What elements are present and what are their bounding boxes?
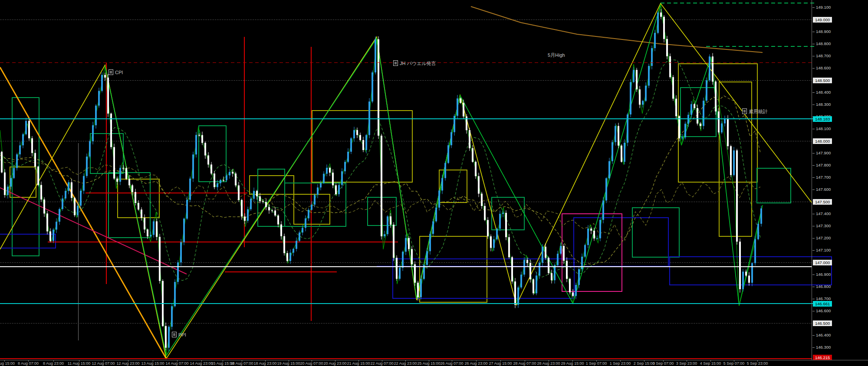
candle-body — [727, 118, 729, 146]
annotation-employment-stats[interactable]: 雇用統計 — [742, 108, 768, 114]
candle-body — [220, 180, 221, 183]
price-tick-label: 147.900 — [816, 150, 831, 156]
price-tick-label: 148.300 — [816, 102, 831, 107]
trendline-orange-upper[interactable] — [471, 7, 763, 52]
candle-body — [217, 183, 218, 187]
zigzag-green-major[interactable] — [105, 4, 763, 356]
price-tick-label: 147.400 — [816, 211, 831, 216]
candle-body — [37, 167, 39, 185]
candle-body — [566, 261, 568, 279]
candle-body — [493, 239, 495, 248]
time-tick-label: 1 Sep 23:00 — [610, 361, 631, 366]
time-tick-label: 18 Aug 23:00 — [253, 361, 276, 366]
candle-body — [690, 104, 692, 115]
candle-body — [457, 98, 458, 116]
price-tick-label: 147.800 — [816, 163, 831, 168]
time-tick-label: 22 Aug 07:00 — [370, 361, 393, 366]
candle-body — [545, 247, 546, 258]
rectangle-pink[interactable] — [562, 214, 622, 291]
candle-body — [31, 138, 33, 153]
candle-body — [751, 263, 753, 283]
candle-body — [1, 152, 3, 173]
annotation-ppi[interactable]: PPI — [172, 332, 186, 337]
candle-body — [420, 279, 422, 297]
time-tick-label: 3 Sep 07:00 — [653, 361, 674, 366]
candle-body — [375, 39, 376, 72]
candle-body — [332, 173, 334, 185]
candle-body — [68, 182, 69, 191]
zigzag-yellow[interactable] — [0, 3, 812, 359]
candle-body — [40, 185, 42, 199]
candle-body — [214, 173, 215, 187]
candle-body — [709, 56, 710, 80]
time-tick-label: 11 Aug 15:00 — [68, 361, 90, 366]
time-tick-label: 7 Aug 15:00 — [0, 361, 15, 366]
note-icon — [393, 60, 398, 66]
candle-body — [529, 263, 531, 279]
candle-body — [526, 260, 528, 263]
price-level-label-cyan: 146.661 — [813, 301, 832, 307]
candle-body — [378, 39, 379, 136]
candle-body — [441, 178, 443, 191]
candle-body — [232, 172, 233, 173]
annotation-cpi[interactable]: CPI — [108, 69, 123, 75]
price-tick-label: 148.400 — [816, 90, 831, 95]
candle-body — [444, 163, 446, 178]
price-axis[interactable]: 149.100148.900148.800148.700148.600148.4… — [812, 0, 868, 360]
candle-body — [700, 124, 701, 126]
candle-body — [311, 205, 312, 210]
price-level-label-white: 149.000 — [813, 17, 832, 23]
candle-body — [168, 327, 170, 347]
candle-body — [180, 242, 182, 263]
time-tick-label: 26 Aug 07:00 — [440, 361, 463, 366]
candle-body — [381, 136, 382, 236]
candle-body — [539, 263, 540, 275]
candle-body — [384, 234, 385, 236]
candle-body — [247, 209, 249, 221]
candle-body — [517, 288, 519, 305]
price-tick-label: 147.600 — [816, 187, 831, 192]
candle-body — [268, 207, 270, 210]
candle-body — [265, 202, 267, 207]
rectangle-green[interactable] — [492, 197, 524, 230]
candle-body — [447, 145, 449, 163]
rectangle-blue[interactable] — [0, 234, 56, 248]
note-icon — [172, 332, 177, 337]
time-tick-label: 19 Aug 15:00 — [277, 361, 300, 366]
candle-body — [43, 199, 45, 213]
candle-body — [177, 262, 179, 282]
candle-body — [302, 228, 303, 232]
candle-body — [46, 213, 48, 231]
time-tick-label: 27 Aug 15:00 — [489, 361, 512, 366]
time-tick-label: 20 Aug 23:00 — [323, 361, 346, 366]
candle-body — [481, 194, 483, 206]
candle-body — [344, 162, 346, 171]
time-axis[interactable]: 7 Aug 15:008 Aug 07:008 Aug 23:0011 Aug … — [0, 360, 868, 366]
rectangle-olive[interactable] — [118, 179, 159, 218]
price-level-label-white: 146.500 — [813, 320, 832, 326]
candle-body — [599, 220, 601, 239]
candle-body — [429, 234, 431, 251]
candle-body — [259, 196, 261, 201]
candle-body — [274, 210, 276, 216]
annotation-may-high[interactable]: 5月High — [548, 52, 565, 58]
candle-body — [663, 17, 665, 39]
candle-body — [293, 249, 294, 253]
candle-body — [223, 180, 224, 181]
rectangle-green[interactable] — [199, 126, 226, 182]
chart-canvas[interactable] — [0, 0, 868, 366]
candle-body — [618, 126, 619, 146]
candle-body — [669, 56, 671, 77]
candle-body — [116, 179, 118, 182]
annotation-label: CPI — [115, 70, 123, 75]
candle-body — [13, 168, 15, 178]
annotation-powell-speech[interactable]: JH パウエル発言 — [393, 60, 436, 66]
candle-body — [107, 78, 109, 114]
rectangle-green[interactable] — [757, 168, 791, 203]
candle-body — [195, 135, 197, 154]
rectangle-green[interactable] — [90, 134, 123, 173]
rectangle-green[interactable] — [632, 208, 679, 257]
candle-body — [417, 283, 419, 297]
price-tick-label: 147.200 — [816, 235, 831, 241]
candle-body — [678, 116, 680, 138]
